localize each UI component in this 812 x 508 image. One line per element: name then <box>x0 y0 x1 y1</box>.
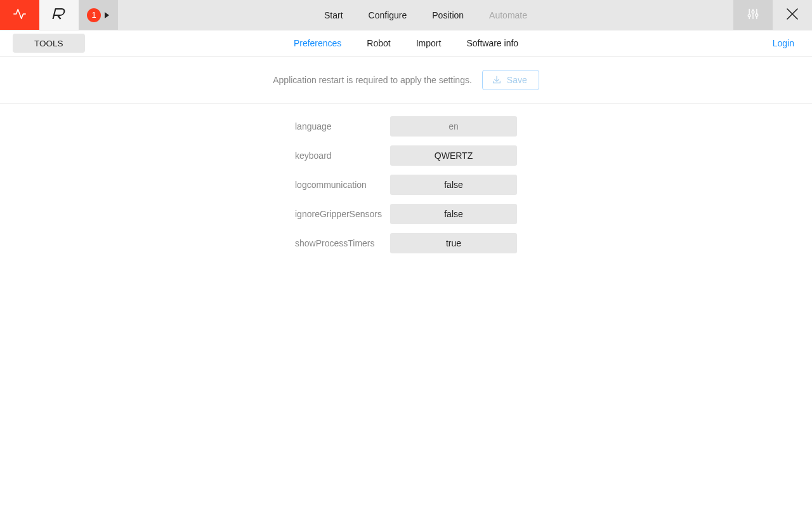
setting-showprocesstimers: showProcessTimers true <box>295 233 517 253</box>
sub-tabs: Preferences Robot Import Software info <box>0 38 812 48</box>
settings-sliders-button[interactable] <box>733 0 773 30</box>
step-badge: 1 <box>87 8 101 22</box>
nav-automate: Automate <box>489 10 527 20</box>
setting-language: language en <box>295 116 517 137</box>
nav-start[interactable]: Start <box>324 10 343 20</box>
download-icon <box>492 75 502 85</box>
setting-label: ignoreGripperSensors <box>295 209 382 219</box>
logo-r-icon <box>51 8 67 22</box>
setting-label: logcommunication <box>295 180 367 190</box>
setting-logcommunication: logcommunication false <box>295 175 517 195</box>
setting-keyboard: keyboard QWERTZ <box>295 145 517 166</box>
tab-preferences[interactable]: Preferences <box>294 38 341 48</box>
save-button[interactable]: Save <box>482 70 539 90</box>
svg-marker-0 <box>105 12 109 18</box>
setting-value-language[interactable]: en <box>390 116 517 137</box>
nav-position[interactable]: Position <box>432 10 464 20</box>
save-button-label: Save <box>507 75 527 85</box>
app-logo-button[interactable] <box>39 0 79 30</box>
tab-import[interactable]: Import <box>416 38 442 48</box>
setting-label: showProcessTimers <box>295 238 375 248</box>
tools-label: TOOLS <box>34 39 63 48</box>
setting-value-ignoregrippersensors[interactable]: false <box>390 204 517 224</box>
setting-label: keyboard <box>295 150 332 161</box>
sliders-icon <box>747 8 759 22</box>
setting-value-keyboard[interactable]: QWERTZ <box>390 145 517 166</box>
tab-software-info[interactable]: Software info <box>466 38 518 48</box>
setting-value-showprocesstimers[interactable]: true <box>390 233 517 253</box>
svg-point-4 <box>748 15 750 17</box>
setting-value-logcommunication[interactable]: false <box>390 175 517 195</box>
restart-hint: Application restart is required to apply… <box>273 75 472 85</box>
tab-robot[interactable]: Robot <box>367 38 390 48</box>
nav-configure[interactable]: Configure <box>369 10 407 20</box>
subbar: TOOLS Preferences Robot Import Software … <box>0 30 812 57</box>
close-icon <box>786 8 799 22</box>
status-button[interactable] <box>0 0 39 30</box>
tools-button[interactable]: TOOLS <box>13 34 85 53</box>
pulse-icon <box>13 7 27 23</box>
login-link[interactable]: Login <box>773 38 794 48</box>
setting-ignoregrippersensors: ignoreGripperSensors false <box>295 204 517 224</box>
step-indicator[interactable]: 1 <box>79 0 118 30</box>
settings-list: language en keyboard QWERTZ logcommunica… <box>0 104 812 253</box>
setting-label: language <box>295 121 332 131</box>
caret-right-icon <box>105 10 110 20</box>
save-row: Application restart is required to apply… <box>0 57 812 104</box>
close-button[interactable] <box>773 0 812 30</box>
topbar-nav: Start Configure Position Automate <box>118 0 733 30</box>
svg-point-6 <box>756 14 758 17</box>
topbar: 1 Start Configure Position Automate <box>0 0 812 30</box>
svg-point-5 <box>752 11 754 13</box>
